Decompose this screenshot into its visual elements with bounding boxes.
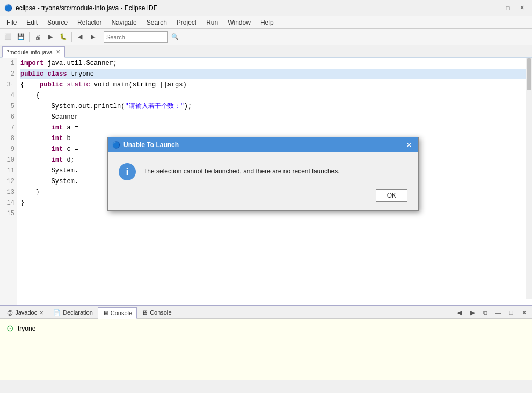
dialog-content-row: i The selection cannot be launched, and … — [119, 163, 407, 180]
dialog-overlay: 🔵 Unable To Launch ✕ i The selection can… — [0, 0, 532, 393]
dialog-buttons: OK — [119, 189, 407, 202]
dialog-title-text: Unable To Launch — [123, 141, 179, 149]
dialog-close-button[interactable]: ✕ — [404, 140, 414, 150]
dialog-message: The selection cannot be launched, and th… — [143, 163, 340, 176]
dialog-titlebar-left: 🔵 Unable To Launch — [112, 141, 179, 149]
dialog-title-icon: 🔵 — [112, 141, 120, 149]
dialog-info-icon: i — [119, 163, 136, 180]
unable-to-launch-dialog: 🔵 Unable To Launch ✕ i The selection can… — [107, 137, 419, 211]
dialog-body: i The selection cannot be launched, and … — [108, 152, 418, 210]
dialog-titlebar: 🔵 Unable To Launch ✕ — [108, 137, 418, 152]
dialog-ok-button[interactable]: OK — [376, 189, 407, 202]
